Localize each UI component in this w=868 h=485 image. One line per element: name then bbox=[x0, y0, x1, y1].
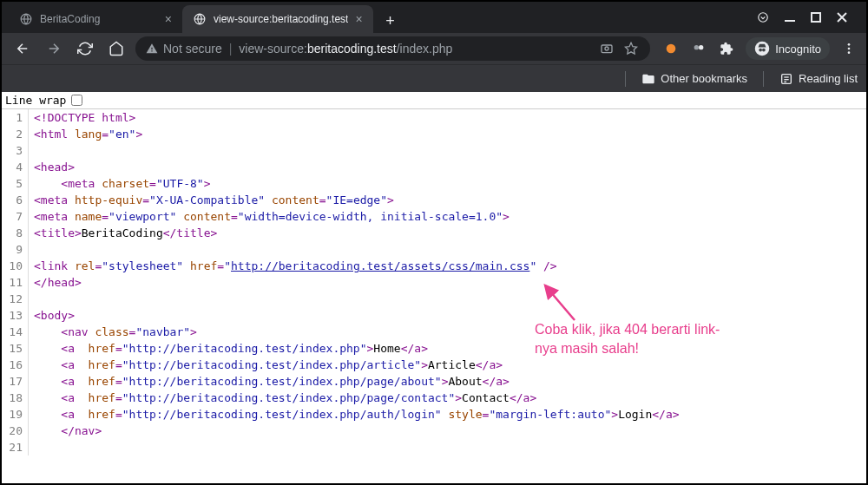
svg-point-13 bbox=[848, 48, 851, 50]
maximize-icon[interactable] bbox=[811, 12, 821, 23]
minimize-icon[interactable] bbox=[785, 12, 795, 23]
not-secure-label: Not secure bbox=[163, 42, 222, 56]
svg-rect-3 bbox=[785, 20, 795, 22]
other-bookmarks-button[interactable]: Other bookmarks bbox=[641, 72, 747, 86]
home-button[interactable] bbox=[104, 36, 128, 61]
forward-button[interactable] bbox=[42, 36, 66, 61]
search-camera-icon[interactable] bbox=[598, 40, 615, 57]
reading-list-button[interactable]: Reading list bbox=[779, 72, 858, 86]
tab-beritacoding[interactable]: BeritaCoding × bbox=[9, 5, 182, 33]
source-view: 1 2 3 4 5 6 7 8 9 10 11 12 13 14 15 16 1… bbox=[2, 109, 866, 456]
line-number-gutter: 1 2 3 4 5 6 7 8 9 10 11 12 13 14 15 16 1… bbox=[2, 109, 29, 456]
svg-marker-7 bbox=[626, 43, 637, 54]
page-content[interactable]: Line wrap 1 2 3 4 5 6 7 8 9 10 11 12 13 … bbox=[2, 92, 866, 483]
svg-point-2 bbox=[759, 13, 768, 23]
svg-point-6 bbox=[605, 47, 608, 50]
svg-point-9 bbox=[694, 45, 699, 49]
reading-list-label: Reading list bbox=[799, 72, 858, 85]
svg-point-11 bbox=[755, 42, 770, 56]
close-icon[interactable]: × bbox=[165, 12, 172, 26]
not-secure-indicator[interactable]: Not secure bbox=[146, 42, 222, 56]
back-button[interactable] bbox=[10, 36, 35, 61]
close-window-icon[interactable] bbox=[837, 12, 847, 23]
chevron-down-icon[interactable] bbox=[757, 11, 769, 23]
other-bookmarks-label: Other bookmarks bbox=[661, 72, 747, 85]
tab-bar: BeritaCoding × view-source:beritacoding.… bbox=[2, 2, 866, 33]
url-text: view-source:beritacoding.test/index.php bbox=[239, 42, 591, 56]
svg-point-10 bbox=[699, 45, 703, 49]
window-controls bbox=[757, 2, 859, 33]
line-wrap-row: Line wrap bbox=[2, 92, 866, 109]
svg-point-12 bbox=[848, 43, 851, 46]
tab-viewsource[interactable]: view-source:beritacoding.test × bbox=[182, 5, 373, 33]
svg-rect-4 bbox=[812, 13, 820, 22]
extension-2-icon[interactable] bbox=[690, 40, 707, 57]
star-icon[interactable] bbox=[622, 40, 640, 57]
new-tab-button[interactable]: + bbox=[378, 9, 403, 33]
source-code[interactable]: <!DOCTYPE html> <html lang="en"> <head> … bbox=[29, 109, 866, 456]
address-bar: Not secure | view-source:beritacoding.te… bbox=[2, 33, 866, 64]
incognito-indicator[interactable]: Incognito bbox=[746, 37, 830, 60]
globe-icon bbox=[193, 12, 207, 26]
url-input[interactable]: Not secure | view-source:beritacoding.te… bbox=[135, 36, 650, 61]
svg-point-8 bbox=[667, 44, 676, 54]
reload-button[interactable] bbox=[73, 36, 97, 61]
incognito-label: Incognito bbox=[775, 43, 821, 56]
bookmarks-bar: Other bookmarks Reading list bbox=[2, 64, 866, 92]
line-wrap-checkbox[interactable] bbox=[71, 95, 82, 106]
tab-title: view-source:beritacoding.test bbox=[214, 13, 348, 25]
line-wrap-label: Line wrap bbox=[5, 94, 66, 107]
svg-point-14 bbox=[848, 51, 851, 54]
close-icon[interactable]: × bbox=[355, 12, 362, 26]
globe-icon bbox=[19, 12, 33, 26]
tab-title: BeritaCoding bbox=[40, 13, 158, 25]
menu-icon[interactable] bbox=[840, 40, 858, 57]
extensions-icon[interactable] bbox=[718, 40, 735, 57]
svg-rect-5 bbox=[602, 45, 612, 53]
extension-1-icon[interactable] bbox=[662, 40, 680, 57]
css-link[interactable]: http://beritacoding.test/assets/css/main… bbox=[231, 259, 529, 272]
